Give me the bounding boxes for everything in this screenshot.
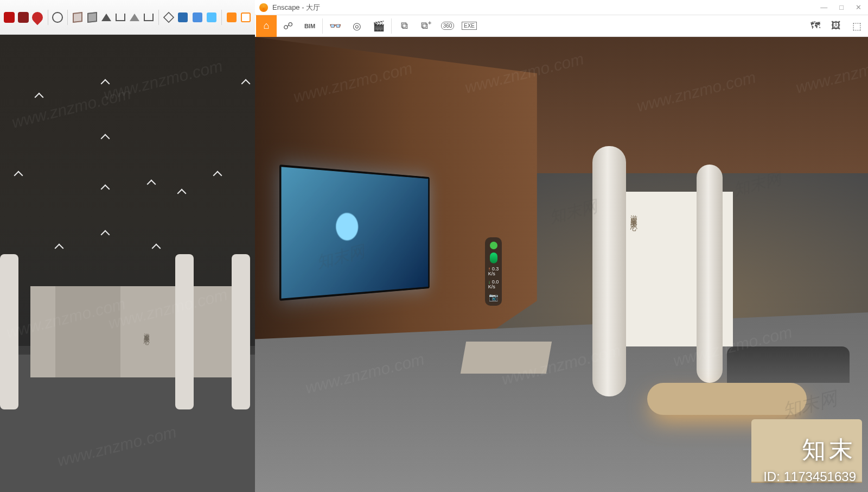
lounge-seating xyxy=(727,346,850,383)
ceiling-light-icon xyxy=(146,180,156,189)
ceiling-light-icon xyxy=(55,244,64,253)
enscape-blue2-icon[interactable] xyxy=(191,10,203,25)
column xyxy=(592,146,626,396)
column xyxy=(175,254,194,409)
status-dot-green-icon xyxy=(490,242,497,249)
toolbar-separator xyxy=(391,18,392,34)
sketchup-viewport[interactable]: 游客服务中心 www.znzmo.com www.znzmo.com www.z… xyxy=(0,35,255,492)
ceiling-light-icon xyxy=(101,79,110,89)
column xyxy=(0,254,18,409)
minimap-button[interactable]: 🗺 xyxy=(805,15,826,37)
download-speed: ↓ 0.0 K/s xyxy=(488,280,499,289)
ceiling-light-icon xyxy=(213,171,222,180)
enscape-outline-icon[interactable] xyxy=(240,10,252,25)
credenza xyxy=(751,419,861,483)
ceiling-light-icon xyxy=(34,93,43,102)
watermark: www.znzmo.com xyxy=(101,57,225,104)
ceiling-light-icon xyxy=(14,171,23,180)
video-button[interactable]: 🎬 xyxy=(368,15,389,37)
enscape-blue1-icon[interactable] xyxy=(177,10,189,25)
capture-button[interactable]: 🖼 xyxy=(826,15,846,37)
ceiling-light-icon xyxy=(101,134,110,143)
ceiling-light-icon xyxy=(177,189,187,198)
toolbar-separator xyxy=(158,10,159,25)
home-button[interactable]: ⌂ xyxy=(256,15,277,37)
window-controls: — □ ✕ xyxy=(818,2,864,12)
user-icon[interactable] xyxy=(52,10,63,25)
screenshot-button[interactable]: ⧉ xyxy=(394,15,414,37)
home-icon[interactable] xyxy=(100,10,112,25)
minimize-button[interactable]: — xyxy=(818,2,829,12)
link-view-button[interactable]: ☍ xyxy=(278,15,298,37)
enscape-cyan-icon[interactable] xyxy=(206,10,218,25)
home-outline-icon[interactable] xyxy=(129,10,141,25)
group-icon[interactable] xyxy=(86,10,98,25)
wall-signage: 游客服务中心 xyxy=(629,210,639,219)
maximize-button[interactable]: □ xyxy=(837,2,846,12)
iso-icon[interactable] xyxy=(163,10,175,25)
reception-desk xyxy=(461,342,552,374)
wall-signage: 游客服务中心 xyxy=(143,329,151,335)
binoculars-button[interactable]: 👓 xyxy=(325,15,346,37)
enscape-titlebar[interactable]: Enscape - 大厅 — □ ✕ xyxy=(255,0,868,15)
camera-icon[interactable]: 📷 xyxy=(489,293,498,301)
close-button[interactable]: ✕ xyxy=(853,2,864,12)
toolbar-separator xyxy=(48,10,48,25)
folder-open-icon[interactable] xyxy=(114,10,126,25)
view-cube-button[interactable]: ⬚ xyxy=(846,15,867,37)
enscape-window: Enscape - 大厅 — □ ✕ ⌂ ☍ BIM 👓 ◎ 🎬 ⧉ ⧉⁺ 36… xyxy=(255,0,868,492)
plugin-maroon-icon[interactable] xyxy=(17,10,29,25)
enscape-logo-icon xyxy=(259,3,268,12)
ceiling-light-icon xyxy=(241,79,250,89)
toolbar-separator xyxy=(67,10,68,25)
ceiling-light-icon xyxy=(152,244,161,253)
panorama-button[interactable]: 360 xyxy=(437,15,458,37)
enscape-viewport[interactable]: ︿ 游客服务中心 ↑ 0.3 K/s ↓ 0.0 K/s 📷 xyxy=(255,37,868,492)
network-hud: ↑ 0.3 K/s ↓ 0.0 K/s 📷 xyxy=(485,237,502,306)
watermark: www.znzmo.com xyxy=(10,84,133,131)
upload-speed: ↑ 0.3 K/s xyxy=(488,267,499,276)
export-exe-button[interactable]: EXE xyxy=(459,15,480,37)
window-title: Enscape - 大厅 xyxy=(272,3,320,12)
toolbar-separator xyxy=(322,18,323,34)
ortho-view-button[interactable]: ◎ xyxy=(347,15,367,37)
column xyxy=(232,254,250,409)
bench-seat xyxy=(647,383,807,415)
component-icon[interactable] xyxy=(72,10,84,25)
sketchup-toolbar xyxy=(0,0,255,35)
column xyxy=(697,165,723,383)
back-wall: 游客服务中心 xyxy=(30,286,234,377)
toolbar-separator xyxy=(221,10,222,25)
sketchup-pane: 游客服务中心 www.znzmo.com www.znzmo.com www.z… xyxy=(0,0,255,492)
plugin-red-icon[interactable] xyxy=(3,10,15,25)
enscape-toolbar: ⌂ ☍ BIM 👓 ◎ 🎬 ⧉ ⧉⁺ 360 EXE 🗺 🖼 ⬚ xyxy=(255,15,868,37)
status-capsule-icon xyxy=(490,253,497,263)
ceiling-light-icon xyxy=(101,230,110,239)
led-display-screen xyxy=(279,165,430,301)
ceiling-light-icon xyxy=(101,184,110,193)
folder-icon[interactable] xyxy=(143,10,155,25)
ruby-icon[interactable] xyxy=(31,10,43,25)
enscape-start-icon[interactable] xyxy=(226,10,238,25)
bim-info-button[interactable]: BIM xyxy=(299,15,320,37)
batch-render-button[interactable]: ⧉⁺ xyxy=(416,15,436,37)
